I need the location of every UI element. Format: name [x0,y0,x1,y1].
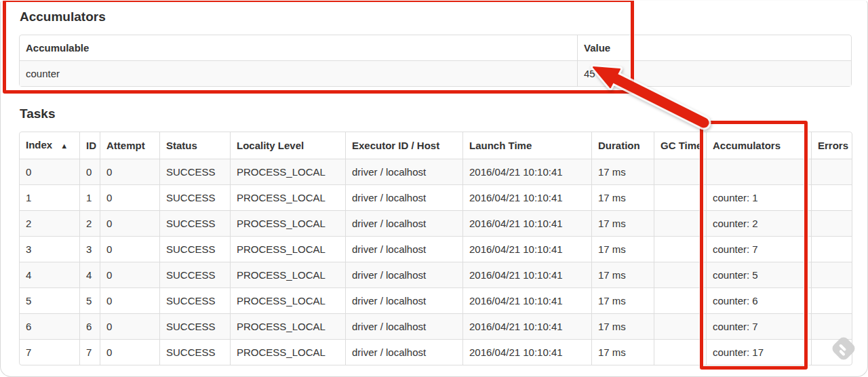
cell-locality-level: PROCESS_LOCAL [230,262,345,287]
cell-errors [811,184,852,210]
table-row: 660SUCCESSPROCESS_LOCALdriver / localhos… [20,313,852,339]
cell-gc-time [654,236,706,262]
cell-index: 7 [20,339,79,365]
cell-status: SUCCESS [159,184,230,210]
cell-errors [811,236,852,262]
column-header-id[interactable]: ID [79,132,100,159]
column-header-status[interactable]: Status [159,132,230,159]
cell-launch-time: 2016/04/21 10:10:41 [462,313,591,339]
cell-status: SUCCESS [159,262,230,287]
cell-status: SUCCESS [159,287,230,313]
column-header-accumulators[interactable]: Accumulators [706,132,811,159]
cell-errors [811,287,852,313]
cell-attempt: 0 [100,262,159,287]
cell-executor-id-host: driver / localhost [345,184,462,210]
cell-duration: 17 ms [591,262,654,287]
table-row: 330SUCCESSPROCESS_LOCALdriver / localhos… [20,236,852,262]
cell-launch-time: 2016/04/21 10:10:41 [462,339,591,365]
column-header-label: Locality Level [237,140,304,151]
cell-accumulable: counter [20,60,577,86]
cell-duration: 17 ms [591,287,654,313]
column-header-locality-level[interactable]: Locality Level [230,132,345,159]
cell-id: 4 [79,262,100,287]
cell-launch-time: 2016/04/21 10:10:41 [462,210,591,236]
cell-duration: 17 ms [591,339,654,365]
column-header-label: Attempt [106,140,145,151]
cell-accumulators: counter: 5 [706,262,811,287]
column-header-attempt[interactable]: Attempt [100,132,159,159]
cell-locality-level: PROCESS_LOCAL [230,313,345,339]
cell-status: SUCCESS [159,159,230,184]
cell-id: 7 [79,339,100,365]
cell-executor-id-host: driver / localhost [345,159,462,184]
cell-attempt: 0 [100,236,159,262]
cell-index: 4 [20,262,79,287]
cell-errors [811,339,852,365]
cell-errors [811,262,852,287]
cell-accumulators: counter: 6 [706,287,811,313]
header-row: Index▲IDAttemptStatusLocality LevelExecu… [20,132,852,159]
accumulators-heading: Accumulators [20,9,849,24]
cell-index: 3 [20,236,79,262]
cell-attempt: 0 [100,159,159,184]
column-header-label: Accumulable [26,42,89,54]
cell-id: 2 [79,210,100,236]
column-header-label: Executor ID / Host [352,140,439,151]
table-row: 440SUCCESSPROCESS_LOCALdriver / localhos… [20,262,852,287]
column-header-duration[interactable]: Duration [591,132,654,159]
cell-index: 6 [20,313,79,339]
cell-executor-id-host: driver / localhost [345,287,462,313]
table-row: 220SUCCESSPROCESS_LOCALdriver / localhos… [20,210,852,236]
column-header-gc-time[interactable]: GC Time [654,132,706,159]
column-header-executor-id-host[interactable]: Executor ID / Host [345,132,462,159]
column-header-label: Status [166,140,197,151]
cell-gc-time [654,287,706,313]
header-row: AccumulableValue [20,35,851,60]
cell-gc-time [654,339,706,365]
cell-accumulators: counter: 2 [706,210,811,236]
cell-index: 5 [20,287,79,313]
cell-executor-id-host: driver / localhost [345,262,462,287]
cell-errors [811,210,852,236]
column-header-accumulable[interactable]: Accumulable [20,35,577,60]
column-header-value[interactable]: Value [577,35,851,60]
column-header-label: Errors [818,140,848,151]
column-header-errors[interactable]: Errors [811,132,852,159]
cell-id: 0 [79,159,100,184]
column-header-index[interactable]: Index▲ [20,132,79,159]
cell-locality-level: PROCESS_LOCAL [230,339,345,365]
cell-gc-time [654,159,706,184]
column-header-launch-time[interactable]: Launch Time [462,132,591,159]
cell-attempt: 0 [100,287,159,313]
cell-attempt: 0 [100,184,159,210]
column-header-label: GC Time [660,140,702,151]
column-header-label: Index [26,139,52,151]
cell-gc-time [654,210,706,236]
cell-executor-id-host: driver / localhost [345,236,462,262]
tasks-heading: Tasks [20,106,849,121]
tasks-table: Index▲IDAttemptStatusLocality LevelExecu… [19,132,852,365]
table-row: 550SUCCESSPROCESS_LOCALdriver / localhos… [20,287,852,313]
column-header-label: Value [584,42,610,54]
cell-accumulators: counter: 7 [706,313,811,339]
cell-locality-level: PROCESS_LOCAL [230,236,345,262]
cell-accumulators: counter: 7 [706,236,811,262]
cell-duration: 17 ms [591,210,654,236]
cell-index: 0 [20,159,79,184]
cell-duration: 17 ms [591,184,654,210]
column-header-label: Duration [598,140,640,151]
cell-executor-id-host: driver / localhost [345,210,462,236]
accumulators-table: AccumulableValuecounter45 [19,35,852,87]
cell-launch-time: 2016/04/21 10:10:41 [462,236,591,262]
cell-id: 5 [79,287,100,313]
cell-attempt: 0 [100,210,159,236]
cell-status: SUCCESS [159,236,230,262]
cell-status: SUCCESS [159,210,230,236]
cell-errors [811,159,852,184]
cell-locality-level: PROCESS_LOCAL [230,184,345,210]
column-header-label: Launch Time [469,140,532,151]
cell-launch-time: 2016/04/21 10:10:41 [462,262,591,287]
table-row: 770SUCCESSPROCESS_LOCALdriver / localhos… [20,339,852,365]
sort-ascending-icon: ▲ [60,142,68,150]
cell-attempt: 0 [100,313,159,339]
